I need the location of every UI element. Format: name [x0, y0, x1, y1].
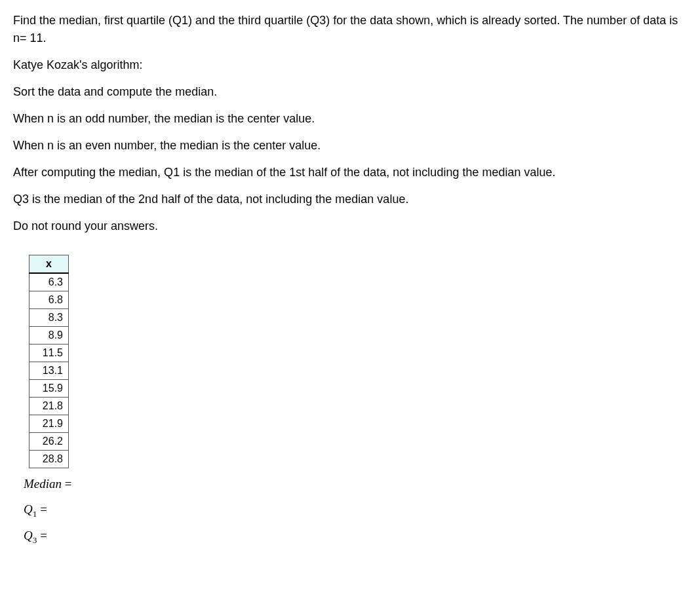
q3-label-prefix: Q	[24, 529, 33, 542]
instruction-line-7: Q3 is the median of the 2nd half of the …	[13, 191, 687, 208]
equals-sign: =	[40, 502, 47, 516]
median-answer: Median =	[24, 475, 687, 494]
table-row: 11.5	[29, 345, 69, 362]
answers-block: Median = Q1 = Q3 =	[24, 475, 687, 547]
table-row: 21.9	[29, 415, 69, 433]
instruction-line-5: When n is an even number, the median is …	[13, 137, 687, 155]
table-row: 13.1	[29, 362, 69, 380]
table-cell: 28.8	[29, 451, 69, 468]
q1-label-index: 1	[33, 508, 37, 518]
data-table: x 6.3 6.8 8.3 8.9 11.5 13.1 15.9 21.8 21…	[29, 255, 69, 468]
table-cell: 13.1	[29, 362, 69, 380]
table-row: 6.3	[29, 273, 69, 291]
table-header-x: x	[29, 255, 69, 274]
table-row: 8.3	[29, 309, 69, 327]
table-row: 21.8	[29, 398, 69, 415]
instruction-line-1: Find the median, first quartile (Q1) and…	[13, 12, 687, 47]
table-row: 6.8	[29, 291, 69, 309]
instruction-line-6: After computing the median, Q1 is the me…	[13, 164, 687, 181]
table-cell: 11.5	[29, 345, 69, 362]
median-label: Median	[24, 477, 62, 491]
table-cell: 21.9	[29, 415, 69, 433]
table-cell: 15.9	[29, 380, 69, 398]
table-cell: 8.3	[29, 309, 69, 327]
q3-label-index: 3	[33, 535, 37, 545]
q3-answer: Q3 =	[24, 527, 687, 547]
equals-sign: =	[40, 529, 47, 542]
table-cell: 8.9	[29, 327, 69, 345]
q1-label-prefix: Q	[24, 502, 33, 516]
equals-sign: =	[65, 477, 72, 491]
table-cell: 6.8	[29, 291, 69, 309]
q1-answer: Q1 =	[24, 500, 687, 521]
instruction-line-2: Katye Kozak's algorithm:	[13, 56, 687, 74]
table-row: 26.2	[29, 433, 69, 451]
instruction-line-8: Do not round your answers.	[13, 217, 687, 235]
instruction-line-3: Sort the data and compute the median.	[13, 83, 687, 101]
table-cell: 26.2	[29, 433, 69, 451]
table-row: 15.9	[29, 380, 69, 398]
table-cell: 21.8	[29, 398, 69, 415]
table-cell: 6.3	[29, 273, 69, 291]
instruction-line-4: When n is an odd number, the median is t…	[13, 110, 687, 128]
table-row: 28.8	[29, 451, 69, 468]
table-body: 6.3 6.8 8.3 8.9 11.5 13.1 15.9 21.8 21.9…	[29, 273, 69, 468]
table-row: 8.9	[29, 327, 69, 345]
